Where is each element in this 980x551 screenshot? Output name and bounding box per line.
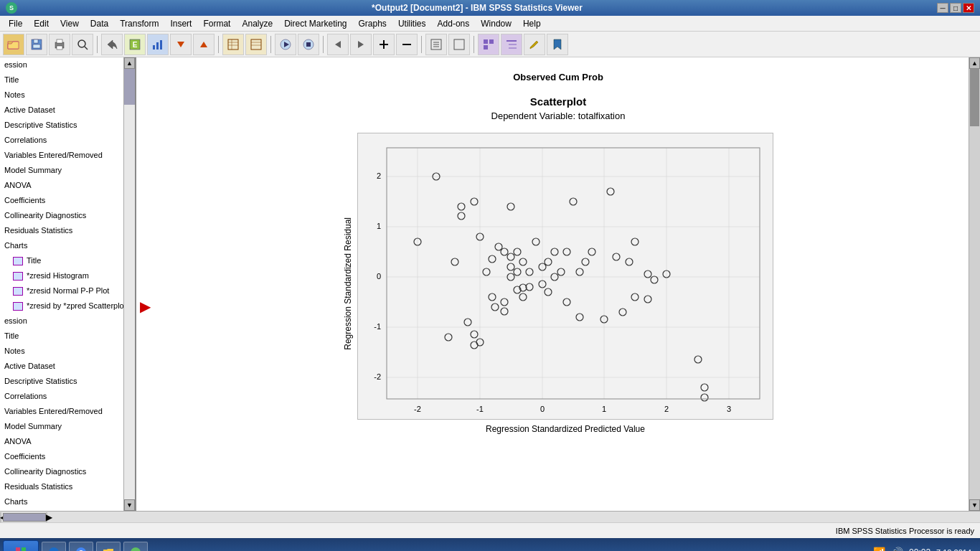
menu-format[interactable]: Format (197, 17, 236, 30)
outline-item-collinearity-2[interactable]: Collinearity Diagnostics (0, 464, 123, 479)
outline-item-notes-2[interactable]: Notes (0, 344, 123, 359)
toolbar-variable-view[interactable] (245, 34, 267, 55)
hscroll-left-btn[interactable]: ◀ (0, 512, 1, 522)
outline-vscrollbar[interactable]: ▲ ▼ (123, 57, 135, 511)
toolbar-nav-next[interactable] (350, 34, 372, 55)
scatter-point (701, 394, 708, 401)
outline-item-activedataset-1[interactable]: Active Dataset (0, 103, 123, 118)
outline-item-scatterplot-1[interactable]: *zresid by *zpred Scatterplot (0, 298, 123, 314)
outline-item-residuals-1[interactable]: Residuals Statistics (0, 223, 123, 238)
menu-addons[interactable]: Add-ons (432, 17, 476, 30)
toolbar-stop[interactable] (298, 34, 319, 55)
outline-item-coefficients-1[interactable]: Coefficients (0, 193, 123, 208)
menu-utilities[interactable]: Utilities (392, 17, 432, 30)
outline-item-modelsummary-1[interactable]: Model Summary (0, 163, 123, 178)
outline-item-histogram-1[interactable]: *zresid Histogram (0, 268, 123, 283)
outline-item-charts-2[interactable]: Charts (0, 494, 123, 509)
menu-direct-marketing[interactable]: Direct Marketing (278, 17, 352, 30)
toolbar-nav-prev[interactable] (327, 34, 349, 55)
spss-icon: S (130, 547, 141, 551)
outline-item-session-1[interactable]: ession (0, 57, 123, 72)
outline-item-session-2[interactable]: ession (0, 314, 123, 329)
outline-item-chart-title-1[interactable]: Title (0, 253, 123, 268)
taskbar-chrome[interactable] (69, 542, 93, 551)
outline-item-anova-2[interactable]: ANOVA (0, 434, 123, 449)
toolbar-open[interactable] (3, 34, 24, 55)
content-vscrollbar[interactable]: ▲ ▼ (969, 57, 980, 511)
toolbar-save[interactable] (26, 34, 47, 55)
menu-insert[interactable]: Insert (164, 17, 197, 30)
outline-item-residuals-2[interactable]: Residuals Statistics (0, 479, 123, 494)
outline-item-modelsummary-2[interactable]: Model Summary (0, 419, 123, 434)
menu-help[interactable]: Help (517, 17, 547, 30)
content-vscroll-thumb[interactable] (970, 69, 979, 126)
outline-item-charts-1[interactable]: Charts (0, 238, 123, 253)
menu-data[interactable]: Data (85, 17, 114, 30)
toolbar-bookmark[interactable] (547, 34, 568, 55)
outline-item-correlations-2[interactable]: Correlations (0, 389, 123, 404)
content-scroll-up[interactable]: ▲ (969, 57, 980, 69)
outline-item-notes-1[interactable]: Notes (0, 88, 123, 103)
outline-item-coefficients-2[interactable]: Coefficients (0, 449, 123, 464)
menu-edit[interactable]: Edit (28, 17, 55, 30)
outline-item-variables-2[interactable]: Variables Entered/Removed (0, 404, 123, 419)
content-scroll-down[interactable]: ▼ (969, 499, 980, 511)
hscroll-right-btn[interactable]: ▶ (46, 512, 47, 522)
toolbar-plus[interactable] (373, 34, 395, 55)
toolbar-print[interactable] (49, 34, 70, 55)
toolbar-chart[interactable] (147, 34, 169, 55)
outline-item-collinearity-1[interactable]: Collinearity Diagnostics (0, 208, 123, 223)
y-axis-label: Regression Standardized Residual (343, 217, 353, 350)
maximize-button[interactable]: □ (950, 3, 961, 13)
outline-item-title-1[interactable]: Title (0, 72, 123, 88)
toolbar-outline[interactable] (501, 34, 522, 55)
toolbar-show-all[interactable] (425, 34, 447, 55)
menu-window[interactable]: Window (475, 17, 517, 30)
toolbar-pivot[interactable] (478, 34, 499, 55)
scatter-point (471, 198, 478, 205)
svg-rect-6 (57, 46, 62, 50)
menu-graphs[interactable]: Graphs (353, 17, 392, 30)
toolbar-collapse[interactable] (448, 34, 470, 55)
outline-item-activedataset-2[interactable]: Active Dataset (0, 359, 123, 374)
outline-item-descriptive-1[interactable]: Descriptive Statistics (0, 118, 123, 133)
menu-view[interactable]: View (55, 17, 85, 30)
hscrollbar[interactable]: ◀ ▶ (0, 511, 980, 522)
menu-analyze[interactable]: Analyze (236, 17, 278, 30)
scatter-point (557, 268, 565, 276)
taskbar-ie[interactable]: e (42, 542, 66, 551)
minimize-button[interactable]: ─ (937, 3, 948, 13)
toolbar-run[interactable] (275, 34, 296, 55)
close-button[interactable]: ✕ (963, 3, 974, 13)
outline-item-variables-1[interactable]: Variables Entered/Removed (0, 148, 123, 163)
toolbar-down-arrow[interactable] (170, 34, 192, 55)
taskbar-file-explorer[interactable] (96, 542, 121, 551)
scatter-point (489, 293, 496, 301)
outline-item-descriptive-2[interactable]: Descriptive Statistics (0, 374, 123, 389)
content-scroll[interactable]: Observed Cum Prob Scatterplot Dependent … (136, 57, 980, 511)
toolbar-export[interactable]: E (124, 34, 146, 55)
outline-item-chart-title-2[interactable]: Title (0, 509, 123, 511)
toolbar-data-table[interactable] (222, 34, 244, 55)
menu-file[interactable]: File (3, 17, 28, 30)
taskbar-spss[interactable]: S (123, 542, 148, 551)
toolbar-sep-2 (218, 36, 219, 53)
outline-item-correlations-1[interactable]: Correlations (0, 133, 123, 148)
outline-item-title-2[interactable]: Title (0, 329, 123, 344)
hscroll-thumb[interactable] (3, 513, 46, 522)
toolbar-back[interactable] (101, 34, 123, 55)
start-button[interactable] (3, 540, 39, 551)
menu-transform[interactable]: Transform (114, 17, 164, 30)
chart-border (387, 148, 760, 399)
outline-vscroll-thumb[interactable] (124, 69, 135, 105)
toolbar-minus[interactable] (396, 34, 418, 55)
outline-scroll-down[interactable]: ▼ (124, 499, 135, 511)
scatter-point (576, 314, 583, 321)
toolbar-write[interactable] (524, 34, 545, 55)
outline-scroll-up[interactable]: ▲ (124, 57, 135, 69)
toolbar-up-arrow[interactable] (193, 34, 215, 55)
outline-scroll[interactable]: ession Title Notes Active Dataset Descri… (0, 57, 135, 511)
outline-item-normalpp-1[interactable]: *zresid Normal P-P Plot (0, 283, 123, 298)
outline-item-anova-1[interactable]: ANOVA (0, 178, 123, 193)
toolbar-search[interactable] (72, 34, 93, 55)
